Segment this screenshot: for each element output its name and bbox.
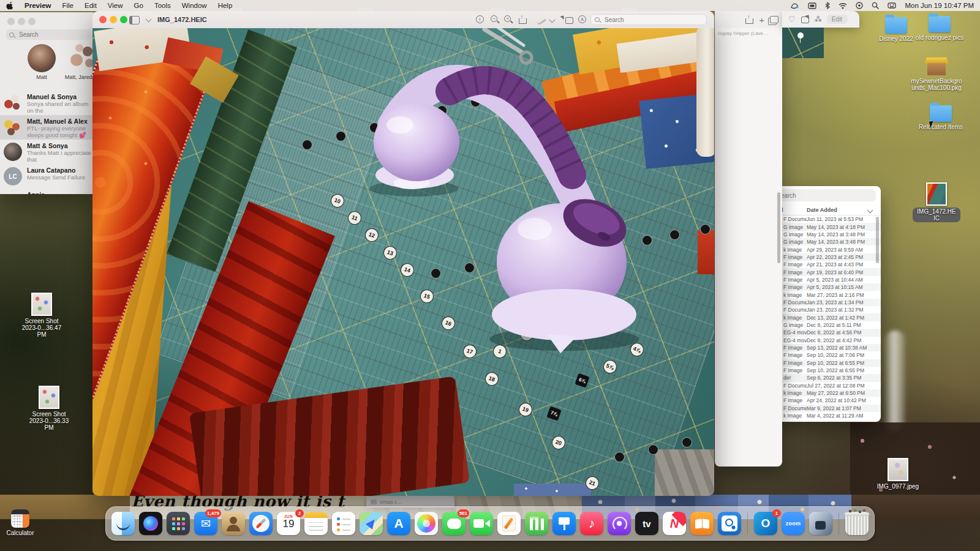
favorite-heart-icon[interactable]: ♡ xyxy=(788,15,796,23)
dock-minimized-window-icon[interactable] xyxy=(809,512,832,535)
desktop-icon-screenshot-1[interactable]: Screen Shot 2023-0...36.47 PM xyxy=(18,293,65,338)
minimize-button[interactable] xyxy=(110,16,117,23)
table-row[interactable]: F Document Jan 23, 2023 at 1:34 PM xyxy=(770,299,881,306)
dock-finder-icon[interactable] xyxy=(111,512,135,535)
dock-app-store-icon[interactable] xyxy=(387,512,410,535)
dock-safari-icon[interactable] xyxy=(249,512,273,535)
desktop-icon-disney-2022[interactable]: Disney 2022 xyxy=(876,17,916,42)
table-row[interactable]: k Image May 27, 2022 at 6:50 PM xyxy=(770,389,881,397)
desktop-icon-calculator[interactable]: Calculator xyxy=(1,509,39,536)
close-button[interactable] xyxy=(7,18,15,25)
wifi-icon[interactable] xyxy=(839,2,847,9)
display-status-icon[interactable] xyxy=(808,2,816,9)
preview-title-bar[interactable]: IMG_1472.HEIC i − + A xyxy=(92,11,714,29)
table-row[interactable]: F Document Jan 23, 2023 at 1:32 PM xyxy=(770,306,881,313)
dock-numbers-icon[interactable] xyxy=(525,512,548,535)
table-row[interactable]: F Image Apr 22, 2023 at 2:45 PM xyxy=(770,253,881,261)
table-row[interactable]: k Image Mar 27, 2023 at 2:16 PM xyxy=(770,291,881,298)
menu-bar-clock[interactable]: Mon Jun 19 10:47 PM xyxy=(905,2,974,9)
dock-outlook-icon[interactable]: 1 xyxy=(754,512,777,535)
desktop-icon-img-0977[interactable]: IMG_0977.jpeg xyxy=(875,458,921,490)
add-icon[interactable]: + xyxy=(759,15,764,24)
dock-facetime-icon[interactable] xyxy=(470,512,493,535)
conversation-row[interactable]: Matt & Sonya Thanks Matt I appreciate th… xyxy=(0,140,97,164)
dock-calendar-icon[interactable]: 2 JUN 19 xyxy=(277,512,300,535)
table-row[interactable]: G image Dec 8, 2022 at 5:11 PM xyxy=(770,321,881,329)
zoom-button[interactable] xyxy=(120,16,127,23)
conversation-row-selected[interactable]: Matt, Manuel & Alex PTL- praying everyon… xyxy=(0,115,97,140)
search-input[interactable] xyxy=(603,16,703,24)
table-row[interactable]: EG-4 movie Dec 8, 2022 at 4:42 PM xyxy=(770,337,881,344)
menu-item-tools[interactable]: Tools xyxy=(154,2,171,9)
zoom-button[interactable] xyxy=(28,18,36,25)
menu-item-go[interactable]: Go xyxy=(134,2,143,9)
table-row[interactable]: F Image Sep 10, 2022 at 6:55 PM xyxy=(770,367,881,374)
table-row[interactable]: G image May 14, 2023 at 4:18 PM xyxy=(770,223,881,230)
date-added-column-header[interactable]: Date Added xyxy=(807,207,837,213)
menu-item-window[interactable]: Window xyxy=(182,2,207,9)
dock-podcasts-icon[interactable] xyxy=(608,512,631,535)
dock-books-icon[interactable] xyxy=(690,512,714,535)
table-row[interactable]: F Document Mar 9, 2022 at 1:07 PM xyxy=(770,405,881,412)
share-icon[interactable] xyxy=(745,15,753,24)
finder-scrollbar[interactable] xyxy=(876,217,879,263)
table-row[interactable]: F Image Sep 13, 2022 at 10:38 AM xyxy=(770,344,881,351)
table-row[interactable]: k Image Apr 29, 2023 at 9:59 AM xyxy=(770,246,881,253)
search-input[interactable] xyxy=(18,31,88,39)
edit-button[interactable]: Edit xyxy=(827,15,847,24)
table-row[interactable]: EG-4 movie Dec 8, 2022 at 4:56 PM xyxy=(770,329,881,336)
table-row[interactable]: k Image Mar 4, 2022 at 11:29 AM xyxy=(770,412,881,419)
apple-menu-icon[interactable] xyxy=(6,1,13,10)
table-row[interactable]: F Image Sep 10, 2022 at 6:55 PM xyxy=(770,359,881,367)
dock-reminders-icon[interactable] xyxy=(332,512,355,535)
desktop-icon-screenshot-2[interactable]: Screen Shot 2023-0...36.33 PM xyxy=(26,386,72,431)
sort-chevron-icon[interactable] xyxy=(867,208,873,214)
auto-enhance-icon[interactable]: ⁂ xyxy=(815,15,822,24)
rotate-icon[interactable] xyxy=(801,15,810,24)
bluetooth-icon[interactable] xyxy=(825,2,830,9)
desktop-icon-img-1472[interactable]: IMG_1472.HEIC xyxy=(913,182,960,222)
dock-trash-icon[interactable] xyxy=(845,512,869,535)
table-row[interactable]: F Image Sep 10, 2022 at 7:06 PM xyxy=(770,351,881,359)
dock-messages-icon[interactable]: 501 xyxy=(442,512,466,535)
conversation-row[interactable]: Annie xyxy=(0,189,97,194)
table-row[interactable]: F Document Jul 27, 2022 at 12:08 PM xyxy=(770,382,881,389)
conversation-row[interactable]: Manuel & Sonya Sonya shared an album on … xyxy=(0,91,97,115)
dock-preview-icon[interactable] xyxy=(718,512,741,535)
menu-item-help[interactable]: Help xyxy=(218,2,233,9)
user-switcher-icon[interactable] xyxy=(856,2,863,9)
search-input[interactable] xyxy=(775,192,873,200)
highlight-icon[interactable]: A xyxy=(578,15,586,23)
spotlight-search-icon[interactable] xyxy=(872,2,879,9)
table-row[interactable]: F Image Apr 21, 2023 at 4:43 PM xyxy=(770,261,881,268)
table-row[interactable]: F Image Apr 19, 2023 at 6:40 PM xyxy=(770,268,881,276)
sidebar-toggle-icon[interactable] xyxy=(129,16,140,24)
menu-item-view[interactable]: View xyxy=(108,2,123,9)
dock-music-icon[interactable] xyxy=(580,512,603,535)
keyboard-status-icon[interactable] xyxy=(888,2,896,9)
desktop-icon-mysewnet-pkg[interactable]: mySewnetBackgrounds_Mac100.pkg xyxy=(910,56,963,91)
chevron-down-icon[interactable] xyxy=(146,17,152,23)
menu-item-file[interactable]: File xyxy=(62,2,74,9)
table-row[interactable]: der Sep 6, 2022 at 3:35 PM xyxy=(770,374,881,381)
finder-search-field[interactable] xyxy=(772,189,876,201)
desktop-icon-relocated-items[interactable]: Relocated Items xyxy=(918,105,964,130)
desktop-icon-old-rodriguez-pics[interactable]: old rodriguez pics xyxy=(915,16,964,41)
dock-zoom-icon[interactable] xyxy=(782,512,805,535)
table-row[interactable]: F Image Apr 24, 2022 at 10:42 PM xyxy=(770,397,881,404)
close-button[interactable] xyxy=(99,16,107,23)
dock-keynote-icon[interactable] xyxy=(552,512,576,535)
messages-search-field[interactable] xyxy=(6,29,91,40)
dock-mail-icon[interactable]: 1,479 xyxy=(194,512,217,535)
table-row[interactable]: G image May 14, 2023 at 3:48 PM xyxy=(770,231,881,238)
minimize-button[interactable] xyxy=(18,18,25,25)
markup-chevron-icon[interactable] xyxy=(549,17,556,23)
table-row[interactable]: F Image Apr 5, 2023 at 10:15 AM xyxy=(770,283,881,291)
dock-notes-icon[interactable] xyxy=(304,512,328,535)
info-icon[interactable]: i xyxy=(476,15,484,23)
dock-news-icon[interactable] xyxy=(663,512,686,535)
dock-siri-icon[interactable] xyxy=(139,512,162,535)
dock-tv-icon[interactable] xyxy=(635,512,658,535)
conversation-row[interactable]: LC Laura Catapano Message Send Failure xyxy=(0,164,97,189)
dock-maps-icon[interactable] xyxy=(360,512,383,535)
